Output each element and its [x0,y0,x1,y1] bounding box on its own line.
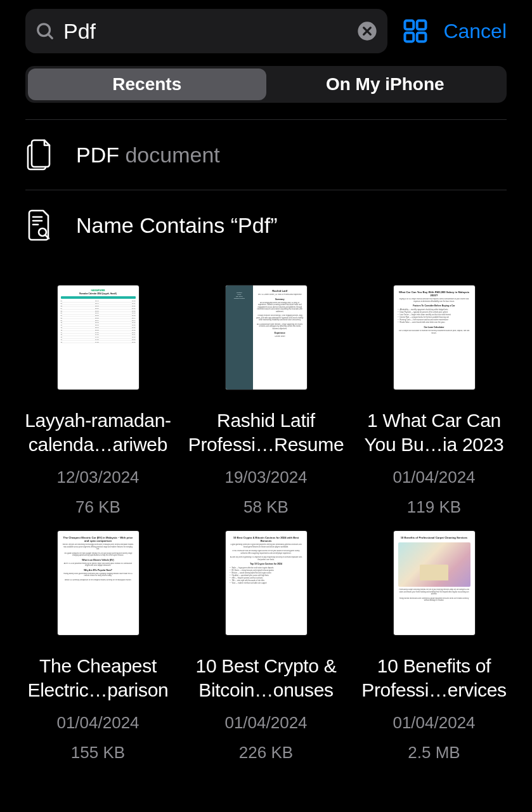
file-name: The Cheapest Electric…parison [19,654,177,702]
file-thumbnail: The Cheapest Electric Car (EV) in Malays… [58,531,139,635]
svg-rect-3 [405,21,414,30]
file-size: 2.5 MB [408,743,460,763]
file-name: 10 Benefits of Professi…ervices [355,654,513,702]
file-date: 01/04/2024 [56,713,139,733]
scope-segmented-control: Recents On My iPhone [25,66,507,103]
segment-recents[interactable]: Recents [28,69,266,100]
search-icon [36,22,55,41]
svg-line-1 [48,34,52,38]
suggestion-name-contains[interactable]: Name Contains “Pdf” [25,190,507,260]
file-size: 58 KB [243,497,289,517]
clear-search-icon[interactable] [357,21,377,41]
file-size: 119 KB [407,497,461,517]
segment-on-my-iphone[interactable]: On My iPhone [266,69,505,100]
svg-rect-6 [417,33,426,42]
suggestion-pdf-kind[interactable]: PDF document [25,119,507,190]
file-item[interactable]: What Car Can You Buy With RM3,000 Salary… [355,285,513,517]
view-grid-icon[interactable] [401,17,429,45]
cancel-button[interactable]: Cancel [443,20,507,43]
file-size: 155 KB [71,743,125,763]
file-thumbnail: HAMARIWEB Ramadan Calendar 2024 (Layyah,… [58,285,139,390]
file-date: 12/03/2024 [56,468,139,487]
search-input[interactable] [63,19,348,44]
file-item[interactable]: The Cheapest Electric Car (EV) in Malays… [19,531,177,763]
file-name: 1 What Car Can You Bu…ia 2023 [355,409,513,456]
file-item[interactable]: 10 Best Crypto & Bitcoin Casinos for 202… [187,531,345,763]
find-in-document-icon [25,209,52,241]
file-name: Rashid Latif Professi…Resume [187,409,345,456]
document-stack-icon [25,139,52,171]
file-thumbnail: 10 Benefits of Professional Carpet Clean… [394,531,475,635]
file-size: 226 KB [239,743,293,763]
suggestion-label: Name Contains “Pdf” [76,213,277,238]
file-date: 01/04/2024 [393,468,475,487]
file-size: 76 KB [75,497,120,517]
suggestion-label: PDF document [76,143,220,167]
file-date: 01/04/2024 [224,713,307,733]
file-thumbnail: ContactSkillsTop SkillsContent Writing R… [226,285,307,390]
svg-rect-4 [417,21,426,30]
file-name: Layyah-ramadan-calenda…ariweb [19,409,177,456]
results-grid: HAMARIWEB Ramadan Calendar 2024 (Layyah,… [0,260,532,763]
file-item[interactable]: HAMARIWEB Ramadan Calendar 2024 (Layyah,… [19,285,177,517]
svg-rect-5 [405,33,414,42]
file-thumbnail: What Car Can You Buy With RM3,000 Salary… [394,285,475,390]
file-item[interactable]: 10 Benefits of Professional Carpet Clean… [355,531,513,763]
file-thumbnail: 10 Best Crypto & Bitcoin Casinos for 202… [226,531,307,635]
file-date: 01/04/2024 [393,713,475,733]
file-name: 10 Best Crypto & Bitcoin…onuses [187,654,345,702]
file-item[interactable]: ContactSkillsTop SkillsContent Writing R… [187,285,345,517]
search-bar[interactable] [25,9,387,53]
file-date: 19/03/2024 [224,468,307,487]
